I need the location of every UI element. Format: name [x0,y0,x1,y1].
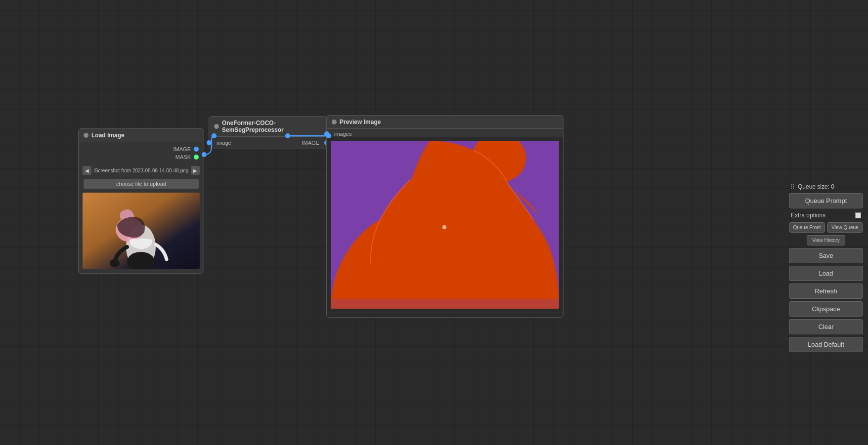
image-connector[interactable] [194,147,199,152]
oneformer-title: OneFormer-COCO-SemSegPreprocessor [222,120,322,133]
oneformer-output-port: IMAGE [302,140,327,146]
next-file-btn[interactable]: ▶ [191,166,200,175]
queue-size-label: Queue size: 0 [798,183,834,190]
image-input-connector[interactable] [207,140,212,145]
image-output-label: IMAGE [302,140,319,146]
preview-status-dot [332,120,337,124]
svg-rect-13 [331,299,559,309]
images-input-connector[interactable] [324,131,329,136]
load-image-ports: IMAGE MASK [79,142,204,164]
svg-point-12 [442,225,446,229]
extra-options-label: Extra options [791,212,825,219]
node-status-dot [84,133,88,138]
view-queue-btn[interactable]: View Queue [827,222,863,233]
load-image-node: Load Image IMAGE MASK ◀ iScreenshot from… [78,128,204,274]
load-image-title: Load Image [91,132,125,139]
view-history-row: View History [789,235,863,245]
queue-front-btn[interactable]: Queue Front [789,222,825,233]
images-input-label: images [334,131,351,137]
oneformer-input-port: image [209,140,231,146]
oneformer-node: OneFormer-COCO-SemSegPreprocessor image … [209,116,327,149]
load-default-btn[interactable]: Load Default [789,337,863,352]
mask-port-label: MASK [175,154,191,160]
anime-svg [83,193,200,269]
save-btn[interactable]: Save [789,248,863,263]
image-preview [83,193,200,269]
extra-options-checkbox[interactable] [855,212,861,218]
view-history-btn[interactable]: View History [807,235,845,245]
prev-file-btn[interactable]: ◀ [83,166,91,175]
mask-output-port: MASK [79,153,204,161]
small-btns-row: Queue Front View Queue [789,222,863,233]
image-port-label: IMAGE [174,146,191,152]
oneformer-status-dot [214,124,219,129]
upload-btn[interactable]: choose file to upload [84,179,199,189]
preview-port-row: images [327,129,563,137]
extra-options-row: Extra options [789,211,863,220]
clear-btn[interactable]: Clear [789,319,863,334]
right-panel: ⠿ Queue size: 0 Queue Prompt Extra optio… [784,178,868,357]
mask-connector[interactable] [194,155,199,160]
oneformer-header: OneFormer-COCO-SemSegPreprocessor [209,117,327,137]
preview-footer [327,313,563,317]
preview-image-area [327,137,563,313]
preview-image-node: Preview Image images [326,115,564,318]
svg-point-9 [110,259,120,267]
load-image-node-header: Load Image [79,129,204,142]
anime-preview-image [83,193,200,269]
seg-svg [331,141,559,309]
filename-text: iScreenshot from 2023-08-06 14-00-48.png [93,168,189,173]
filename-row: ◀ iScreenshot from 2023-08-06 14-00-48.p… [79,164,204,177]
image-output-port: IMAGE [79,145,204,153]
refresh-btn[interactable]: Refresh [789,283,863,299]
load-btn[interactable]: Load [789,266,863,281]
image-input-label: image [217,140,231,146]
dots-icon: ⠿ [790,183,795,191]
preview-input-port: images [327,131,351,137]
clipspace-btn[interactable]: Clipspace [789,301,863,317]
seg-result-image [331,141,559,309]
preview-header: Preview Image [327,116,563,129]
preview-title: Preview Image [340,119,381,125]
oneformer-ports-row: image IMAGE [209,137,327,149]
queue-size-row: ⠿ Queue size: 0 [789,183,863,191]
queue-prompt-btn[interactable]: Queue Prompt [789,193,863,208]
